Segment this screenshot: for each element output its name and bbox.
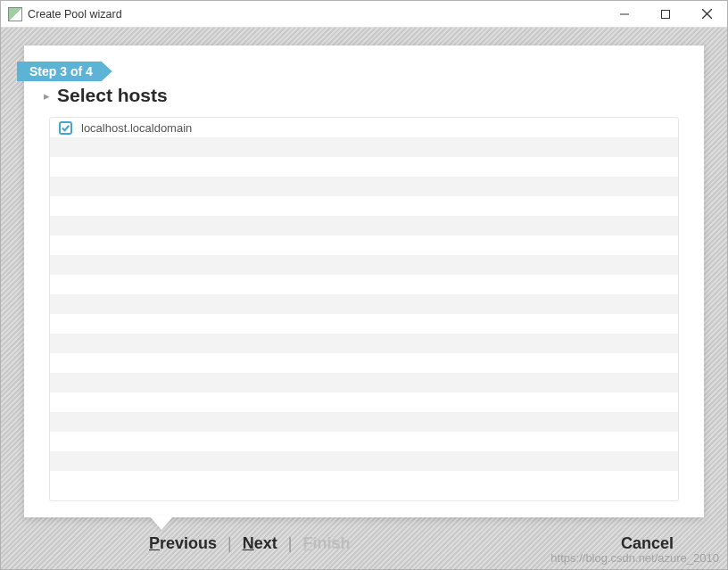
host-row-empty [50,216,678,235]
host-checkbox[interactable] [59,121,72,135]
host-row-empty [50,373,678,392]
heading-row: ▸ Select hosts [49,85,679,106]
host-label: localhost.localdomain [81,121,192,135]
window-controls [604,1,727,27]
cancel-button[interactable]: Cancel [621,534,674,553]
host-row-empty [50,451,678,471]
step-ribbon-wrap: Step 3 of 4 [17,62,679,81]
finish-hotkey: F [302,534,312,552]
window-title: Create Pool wizard [28,8,604,21]
wizard-body: Step 3 of 4 ▸ Select hosts localhost.loc… [1,28,727,569]
previous-button[interactable]: Previous [149,534,217,553]
window-frame: Create Pool wizard Step 3 of 4 ▸ Select … [0,0,728,570]
host-row[interactable]: localhost.localdomain [50,118,678,137]
host-row-empty [50,157,678,177]
titlebar: Create Pool wizard [1,1,727,28]
wizard-panel: Step 3 of 4 ▸ Select hosts localhost.loc… [24,45,704,517]
host-row-empty [50,314,678,334]
next-button[interactable]: Next [243,534,277,553]
host-row-empty [50,235,678,255]
host-row-empty [50,255,678,275]
host-row-empty [50,275,678,294]
app-icon [8,7,22,21]
nav-separator: | [288,534,293,553]
button-bar: Previous | Next | Finish Cancel [24,517,704,569]
minimize-button[interactable] [604,1,645,27]
panel-pointer-icon [149,516,174,530]
close-button[interactable] [686,1,727,27]
host-list: localhost.localdomain [49,117,679,501]
host-row-empty [50,177,678,196]
step-ribbon: Step 3 of 4 [17,62,112,81]
nav-separator: | [228,534,232,553]
svg-rect-1 [662,10,670,18]
host-row-empty [50,353,678,373]
finish-button: Finish [302,534,350,553]
maximize-button[interactable] [645,1,686,27]
host-row-empty [50,137,678,157]
nav-links: Previous | Next | Finish [149,534,350,553]
previous-hotkey: P [149,534,160,552]
host-row-empty [50,412,678,432]
next-hotkey: N [243,534,254,552]
host-row-empty [50,294,678,314]
page-title: Select hosts [57,85,168,106]
host-row-empty [50,196,678,216]
host-row-empty [50,334,678,353]
host-row-empty [50,392,678,412]
arrow-right-icon: ▸ [44,89,50,103]
host-row-empty [50,432,678,451]
